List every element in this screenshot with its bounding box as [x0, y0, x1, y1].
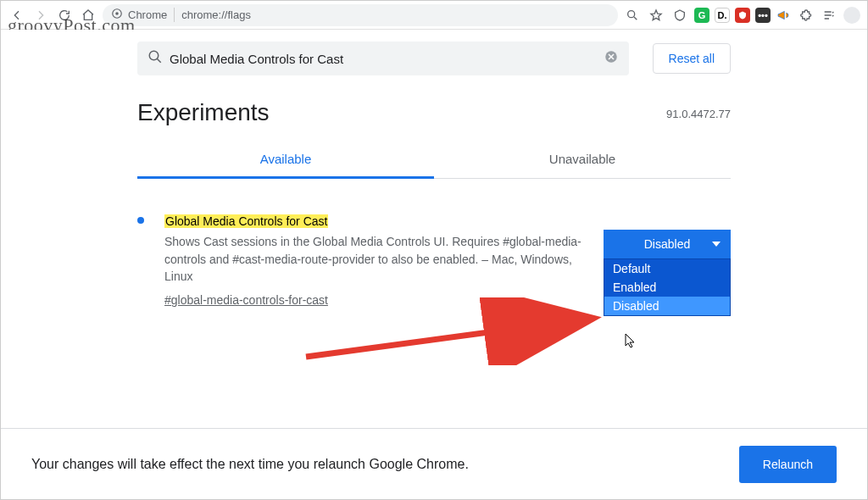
option-default[interactable]: Default — [604, 259, 730, 278]
home-button[interactable] — [79, 6, 97, 25]
extension-ublock-icon[interactable] — [735, 8, 750, 23]
address-url: chrome://flags — [181, 8, 251, 21]
flag-state-selected: Disabled — [644, 237, 690, 251]
flag-modified-dot — [137, 217, 144, 224]
address-bar[interactable]: Chrome chrome://flags — [103, 4, 618, 26]
version-label: 91.0.4472.77 — [666, 108, 731, 120]
svg-point-2 — [628, 10, 635, 17]
svg-point-3 — [149, 51, 159, 60]
search-icon — [147, 49, 163, 68]
extension-grammarly-icon[interactable]: G — [694, 8, 709, 23]
bookmark-icon[interactable] — [647, 6, 665, 25]
page-content: Reset all Experiments 91.0.4472.77 Avail… — [1, 30, 867, 428]
extension-dots-icon[interactable]: ••• — [755, 8, 771, 23]
tab-available[interactable]: Available — [137, 142, 434, 179]
zoom-icon[interactable] — [623, 6, 642, 25]
profile-avatar[interactable] — [843, 7, 860, 24]
relaunch-button[interactable]: Relaunch — [739, 446, 837, 483]
relaunch-bar: Your changes will take effect the next t… — [1, 428, 867, 499]
extension-announce-icon[interactable] — [776, 8, 791, 23]
reading-list-icon[interactable] — [820, 6, 838, 25]
extensions-puzzle-icon[interactable] — [796, 6, 815, 25]
flags-search-bar[interactable] — [137, 42, 629, 75]
browser-toolbar: Chrome chrome://flags G D. ••• — [1, 1, 867, 30]
flag-state-dropdown: Default Enabled Disabled — [604, 258, 731, 316]
svg-point-1 — [115, 12, 119, 15]
flag-description: Shows Cast sessions in the Global Media … — [164, 233, 583, 285]
page-title: Experiments — [137, 99, 731, 126]
clear-search-icon[interactable] — [604, 49, 619, 68]
extension-d-icon[interactable]: D. — [715, 8, 730, 23]
flag-title: Global Media Controls for Cast — [164, 214, 328, 228]
tabs: Available Unavailable — [137, 142, 731, 179]
option-enabled[interactable]: Enabled — [604, 278, 730, 297]
reload-button[interactable] — [55, 6, 74, 25]
flag-hash[interactable]: #global-media-controls-for-cast — [164, 292, 328, 308]
flag-state-select[interactable]: Disabled — [604, 230, 731, 258]
tab-unavailable[interactable]: Unavailable — [434, 142, 731, 178]
search-input[interactable] — [170, 52, 597, 66]
option-disabled[interactable]: Disabled — [604, 297, 730, 315]
site-chip-icon — [111, 8, 123, 22]
back-button[interactable] — [8, 6, 26, 25]
reset-all-button[interactable]: Reset all — [653, 43, 731, 74]
pocket-icon[interactable] — [670, 6, 689, 25]
relaunch-message: Your changes will take effect the next t… — [31, 457, 469, 472]
forward-button[interactable] — [31, 6, 50, 25]
flag-item: Global Media Controls for Cast Shows Cas… — [137, 213, 731, 308]
site-chip-label: Chrome — [128, 8, 167, 21]
